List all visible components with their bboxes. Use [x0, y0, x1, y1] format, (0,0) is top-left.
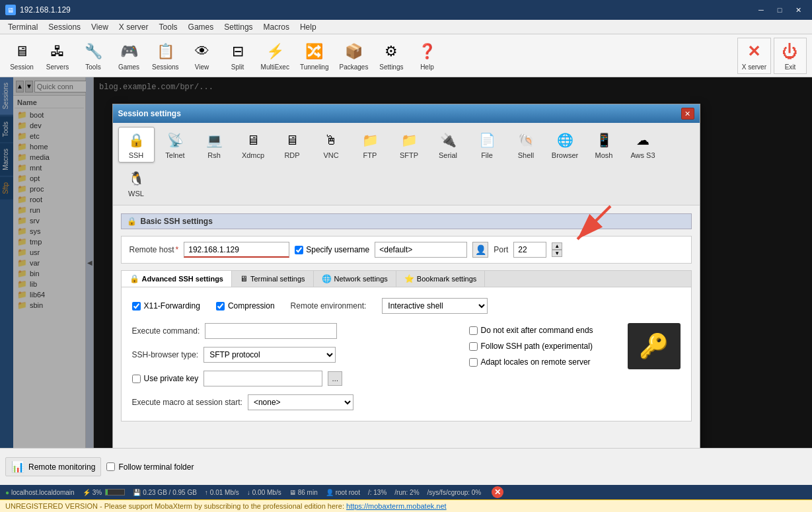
- status-disk3: /sys/fs/cgroup: 0%: [427, 489, 482, 496]
- advanced-ssh-label: Advanced SSH settings: [142, 275, 223, 283]
- protocol-tab-rsh[interactable]: 💻 Rsh: [196, 127, 233, 163]
- protocol-tab-wsl[interactable]: 🐧 WSL: [118, 165, 155, 201]
- toolbar-packages[interactable]: 📦 Packages: [336, 38, 373, 73]
- tab-network-settings[interactable]: 🌐 Network settings: [314, 271, 396, 287]
- port-input[interactable]: [513, 242, 546, 258]
- protocol-tab-file[interactable]: 📄 File: [469, 127, 505, 163]
- tab-terminal-settings[interactable]: 🖥 Terminal settings: [232, 271, 314, 287]
- telnet-icon: 📡: [165, 130, 185, 150]
- user-icon-button[interactable]: 👤: [472, 242, 488, 258]
- execute-macro-select[interactable]: <none>: [248, 394, 353, 410]
- toolbar-session[interactable]: 🖥 Session: [5, 38, 38, 73]
- menu-settings[interactable]: Settings: [219, 21, 258, 33]
- follow-ssh-path-option[interactable]: Follow SSH path (experimental): [469, 342, 614, 351]
- specify-username-checkbox-label[interactable]: Specify username: [295, 245, 369, 254]
- menu-xserver[interactable]: X server: [114, 21, 154, 33]
- toolbar-exit[interactable]: ⏻ Exit: [774, 38, 807, 74]
- private-key-browse-button[interactable]: …: [328, 371, 342, 386]
- do-not-exit-option[interactable]: Do not exit after command ends: [469, 326, 614, 335]
- protocol-tab-serial[interactable]: 🔌 Serial: [430, 127, 466, 163]
- cpu-icon: ⚡: [83, 489, 91, 496]
- protocol-tab-shell[interactable]: 🐚 Shell: [508, 127, 544, 163]
- toolbar-view[interactable]: 👁 View: [186, 38, 219, 73]
- toolbar-multiexec[interactable]: ⚡ MultiExec: [257, 38, 293, 73]
- protocol-tab-vnc[interactable]: 🖱 VNC: [313, 127, 350, 163]
- follow-terminal-checkbox[interactable]: [106, 462, 115, 471]
- protocol-tab-ftp[interactable]: 📁 FTP: [352, 127, 388, 163]
- servers-icon: 🖧: [47, 41, 68, 62]
- toolbar-xserver[interactable]: ✕ X server: [737, 38, 771, 74]
- specify-username-checkbox[interactable]: [295, 246, 303, 254]
- help-label: Help: [420, 63, 434, 71]
- menu-games[interactable]: Games: [183, 21, 219, 33]
- menu-view[interactable]: View: [86, 21, 114, 33]
- app-icon: 🖥: [5, 5, 16, 15]
- remote-host-input[interactable]: [184, 242, 289, 258]
- protocol-tab-mosh[interactable]: 📱 Mosh: [586, 127, 622, 163]
- follow-ssh-path-checkbox[interactable]: [469, 342, 478, 351]
- remote-env-select[interactable]: Interactive shell Bash Zsh Custom: [382, 298, 488, 314]
- private-key-input[interactable]: [203, 371, 322, 386]
- protocol-tab-xdmcp[interactable]: 🖥 Xdmcp: [235, 127, 272, 163]
- split-label: Split: [231, 63, 244, 71]
- protocol-tab-browser[interactable]: 🌐 Browser: [547, 127, 583, 163]
- status-ram: 💾 0.23 GB / 0.95 GB: [133, 489, 197, 496]
- use-private-key-option[interactable]: Use private key: [132, 374, 199, 383]
- x11-forwarding-checkbox[interactable]: [132, 302, 141, 311]
- download-label: 0.00 Mb/s: [252, 489, 281, 496]
- close-button[interactable]: ✕: [790, 3, 807, 17]
- minimize-button[interactable]: ─: [753, 3, 770, 17]
- basic-settings-icon: 🔒: [127, 217, 137, 226]
- status-time: 🖥 86 min: [289, 489, 318, 496]
- toolbar-settings[interactable]: ⚙ Settings: [375, 38, 408, 73]
- use-private-key-checkbox[interactable]: [132, 375, 141, 383]
- modal-title: Session settings: [118, 109, 681, 118]
- ftp-label: FTP: [363, 151, 377, 159]
- menu-help[interactable]: Help: [295, 21, 322, 33]
- protocol-tab-telnet[interactable]: 📡 Telnet: [157, 127, 194, 163]
- compression-checkbox[interactable]: [216, 302, 225, 311]
- toolbar-split[interactable]: ⊟ Split: [221, 38, 254, 73]
- port-down-button[interactable]: ▼: [552, 250, 562, 257]
- execute-command-input[interactable]: [205, 323, 337, 339]
- do-not-exit-label: Do not exit after command ends: [481, 326, 593, 335]
- bottom-bar: 📊 Remote monitoring Follow terminal fold…: [0, 448, 812, 485]
- menu-tools[interactable]: Tools: [154, 21, 183, 33]
- toolbar-games[interactable]: 🎮 Games: [112, 38, 145, 73]
- username-input[interactable]: [375, 242, 467, 258]
- bookmark-settings-label: Bookmark settings: [417, 275, 476, 283]
- status-disk2: /run: 2%: [394, 489, 419, 496]
- follow-terminal-option[interactable]: Follow terminal folder: [106, 462, 194, 472]
- mosh-icon: 📱: [594, 130, 614, 150]
- status-close-button[interactable]: ✕: [492, 486, 503, 498]
- network-settings-label: Network settings: [334, 275, 388, 283]
- protocol-tab-rdp[interactable]: 🖥 RDP: [274, 127, 311, 163]
- ssh-browser-select[interactable]: SFTP protocol SCP protocol Disabled: [203, 347, 336, 363]
- toolbar-tools[interactable]: 🔧 Tools: [77, 38, 110, 73]
- menu-sessions[interactable]: Sessions: [43, 21, 86, 33]
- adapt-locales-checkbox[interactable]: [469, 358, 478, 367]
- modal-close-button[interactable]: ✕: [681, 108, 694, 120]
- port-up-button[interactable]: ▲: [552, 242, 562, 250]
- notification-link[interactable]: https://mobaxterm.mobatek.net: [346, 502, 447, 510]
- left-advanced-options: Execute command: SSH-browser type: SFTP …: [132, 323, 456, 410]
- menu-terminal[interactable]: Terminal: [3, 21, 43, 33]
- protocol-tab-sftp[interactable]: 📁 SFTP: [391, 127, 427, 163]
- terminal-settings-icon: 🖥: [240, 274, 248, 283]
- toolbar-help[interactable]: ❓ Help: [410, 38, 443, 73]
- rdp-label: RDP: [284, 151, 299, 159]
- menu-macros[interactable]: Macros: [258, 21, 295, 33]
- x11-forwarding-option[interactable]: X11-Forwarding: [132, 301, 200, 311]
- tab-advanced-ssh[interactable]: 🔒 Advanced SSH settings: [122, 271, 232, 287]
- maximize-button[interactable]: □: [771, 3, 788, 17]
- protocol-tab-awss3[interactable]: ☁ Aws S3: [625, 127, 661, 163]
- toolbar-tunneling[interactable]: 🔀 Tunneling: [296, 38, 333, 73]
- adapt-locales-option[interactable]: Adapt locales on remote server: [469, 357, 614, 367]
- do-not-exit-checkbox[interactable]: [469, 326, 478, 335]
- tab-bookmark-settings[interactable]: ⭐ Bookmark settings: [396, 271, 485, 287]
- protocol-tab-ssh[interactable]: 🔒 SSH: [118, 127, 155, 163]
- ftp-icon: 📁: [360, 130, 380, 150]
- toolbar-sessions[interactable]: 📋 Sessions: [148, 38, 183, 73]
- toolbar-servers[interactable]: 🖧 Servers: [41, 38, 74, 73]
- compression-option[interactable]: Compression: [216, 301, 275, 311]
